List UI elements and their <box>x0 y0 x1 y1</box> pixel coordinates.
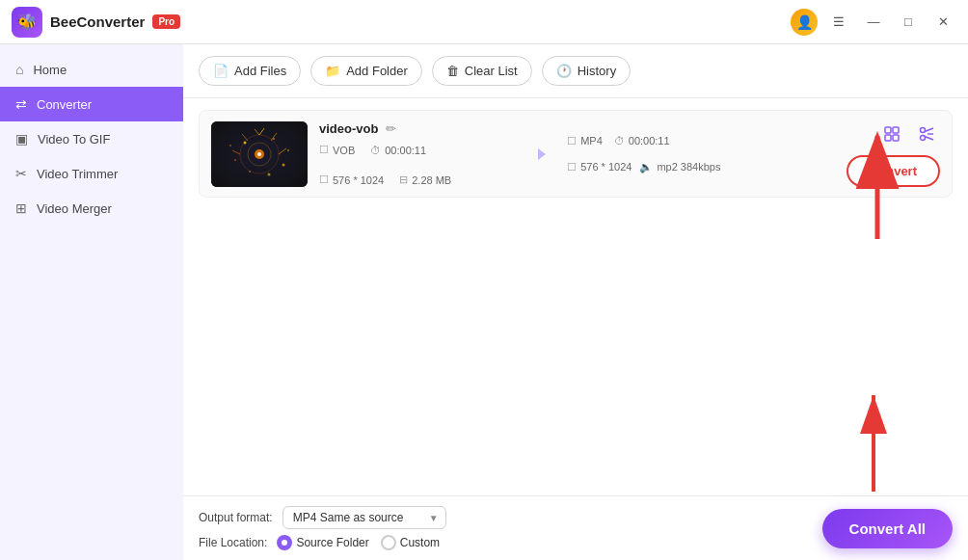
resolution-icon: ☐ <box>319 173 329 186</box>
svg-point-25 <box>921 128 926 133</box>
svg-point-10 <box>257 152 261 156</box>
action-icons <box>878 120 940 147</box>
svg-point-17 <box>229 145 231 147</box>
radio-uncheck <box>381 535 396 550</box>
size-icon: ⊟ <box>399 173 408 186</box>
sidebar-item-video-merger[interactable]: ⊞ Video Merger <box>0 191 183 226</box>
edit-icon[interactable]: ✏ <box>386 121 396 136</box>
svg-point-13 <box>234 159 236 161</box>
clock-icon: ⏱ <box>614 135 625 147</box>
custom-label: Custom <box>400 536 440 549</box>
history-label: History <box>578 64 616 78</box>
file-actions: Convert <box>847 120 940 187</box>
file-list-area: video-vob ✏ ☐ VOB ⏱ 00:00:11 <box>183 98 968 495</box>
main-area: ⌂ Home ⇄ Converter ▣ Video To GIF ✂ Vide… <box>0 44 968 560</box>
add-files-label: Add Files <box>234 64 286 78</box>
svg-line-27 <box>925 128 933 132</box>
source-format: ☐ VOB <box>319 144 355 156</box>
audio-icon: 🔈 <box>639 161 653 173</box>
sidebar-item-label: Video To GIF <box>38 132 110 147</box>
file-location-row: File Location: Source Folder Custom <box>199 535 446 550</box>
output-audio: 🔈 mp2 384kbps <box>639 161 720 173</box>
user-icon: 👤 <box>796 14 813 30</box>
output-meta: ☐ MP4 ⏱ 00:00:11 ☐ 576 * 1024 <box>567 135 835 173</box>
output-format: ☐ MP4 <box>567 135 603 147</box>
home-icon: ⌂ <box>15 62 23 77</box>
clear-list-button[interactable]: 🗑 Clear List <box>432 56 532 86</box>
svg-rect-23 <box>885 135 891 141</box>
sidebar-item-video-to-gif[interactable]: ▣ Video To GIF <box>0 121 183 156</box>
add-files-icon: 📄 <box>213 64 229 78</box>
svg-point-18 <box>287 149 289 151</box>
source-size: ⊟ 2.28 MB <box>399 173 451 186</box>
source-folder-radio[interactable]: Source Folder <box>277 535 368 550</box>
svg-point-15 <box>249 171 251 173</box>
file-info: video-vob ✏ ☐ VOB ⏱ 00:00:11 <box>319 121 494 186</box>
svg-point-16 <box>268 173 271 175</box>
output-resolution: ☐ 576 * 1024 <box>567 161 632 173</box>
minimize-button[interactable]: — <box>860 9 887 36</box>
sidebar-item-home[interactable]: ⌂ Home <box>0 52 183 87</box>
close-button[interactable]: ✕ <box>929 9 956 36</box>
format-select-wrapper[interactable]: MP4 Same as source ▼ <box>282 506 446 529</box>
gif-icon: ▣ <box>15 131 28 147</box>
file-name-row: video-vob ✏ <box>319 121 494 136</box>
location-radio-group: Source Folder Custom <box>277 535 440 550</box>
svg-rect-22 <box>893 127 899 133</box>
sidebar: ⌂ Home ⇄ Converter ▣ Video To GIF ✂ Vide… <box>0 44 183 560</box>
format-icon: ☐ <box>567 135 577 147</box>
custom-radio[interactable]: Custom <box>381 535 440 550</box>
sidebar-item-label: Video Merger <box>37 201 112 216</box>
maximize-button[interactable]: □ <box>895 9 922 36</box>
pro-badge: Pro <box>152 14 180 29</box>
add-folder-label: Add Folder <box>346 64 408 78</box>
convert-all-button[interactable]: Convert All <box>822 509 953 548</box>
sidebar-item-label: Home <box>33 63 67 77</box>
sidebar-item-video-trimmer[interactable]: ✂ Video Trimmer <box>0 156 183 191</box>
bottom-left: Output format: MP4 Same as source ▼ File… <box>199 506 446 550</box>
output-format-row: Output format: MP4 Same as source ▼ <box>199 506 446 529</box>
source-resolution: ☐ 576 * 1024 <box>319 173 384 186</box>
file-name: video-vob <box>319 121 378 136</box>
table-row: video-vob ✏ ☐ VOB ⏱ 00:00:11 <box>199 110 953 198</box>
add-files-button[interactable]: 📄 Add Files <box>199 56 301 86</box>
format-select[interactable]: MP4 Same as source <box>282 506 446 529</box>
conversion-arrow <box>505 141 555 168</box>
add-folder-button[interactable]: 📁 Add Folder <box>310 56 422 86</box>
source-folder-label: Source Folder <box>296 536 368 549</box>
svg-rect-24 <box>893 135 899 141</box>
file-thumbnail <box>211 121 308 187</box>
svg-marker-20 <box>538 148 546 160</box>
toolbar: 📄 Add Files 📁 Add Folder 🗑 Clear List 🕐 … <box>183 44 968 98</box>
app-title: BeeConverter <box>50 13 145 30</box>
user-avatar[interactable]: 👤 <box>791 9 818 36</box>
svg-point-11 <box>244 141 247 144</box>
cut-icon-button[interactable] <box>913 120 940 147</box>
trash-icon: 🗑 <box>446 64 459 78</box>
output-duration: ⏱ 00:00:11 <box>614 135 670 147</box>
resolution-icon: ☐ <box>567 161 577 173</box>
svg-point-26 <box>921 136 926 141</box>
svg-rect-21 <box>885 127 891 133</box>
radio-inner <box>282 540 287 546</box>
merge-icon: ⊞ <box>15 200 27 216</box>
converter-icon: ⇄ <box>15 96 27 112</box>
settings-icon-button[interactable] <box>878 120 905 147</box>
app-logo: 🐝 <box>12 7 42 38</box>
output-info: ☐ MP4 ⏱ 00:00:11 ☐ 576 * 1024 <box>567 135 835 173</box>
clock-icon: ⏱ <box>370 145 381 156</box>
trim-icon: ✂ <box>15 166 27 181</box>
svg-point-12 <box>273 138 275 140</box>
convert-button[interactable]: Convert <box>847 155 940 187</box>
window-controls: 👤 ☰ — □ ✕ <box>791 9 956 36</box>
add-folder-icon: 📁 <box>325 64 340 78</box>
bottom-bar: Output format: MP4 Same as source ▼ File… <box>183 495 968 560</box>
file-location-label: File Location: <box>199 536 267 549</box>
content-area: 📄 Add Files 📁 Add Folder 🗑 Clear List 🕐 … <box>183 44 968 560</box>
menu-button[interactable]: ☰ <box>825 9 852 36</box>
source-duration: ⏱ 00:00:11 <box>370 144 426 156</box>
sidebar-item-converter[interactable]: ⇄ Converter <box>0 87 183 121</box>
history-button[interactable]: 🕐 History <box>542 56 631 86</box>
history-icon: 🕐 <box>556 64 572 78</box>
title-bar: 🐝 BeeConverter Pro 👤 ☰ — □ ✕ <box>0 0 968 44</box>
